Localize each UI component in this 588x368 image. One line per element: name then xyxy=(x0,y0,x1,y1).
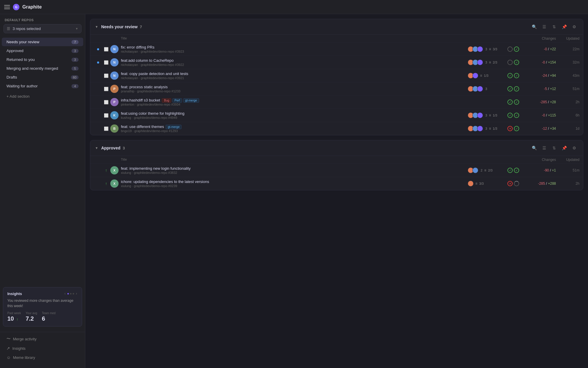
changes-separator: / xyxy=(548,100,550,104)
col-avatar-head xyxy=(110,158,121,162)
collapse-button[interactable]: ▼ xyxy=(95,146,98,150)
col-updated: 51m xyxy=(556,168,579,172)
app-logo: G xyxy=(13,4,19,10)
stack-count: 3/3 xyxy=(493,47,497,51)
col-avatar: K xyxy=(110,111,121,119)
updated-time: 2h xyxy=(576,181,579,186)
reviewer-avatar xyxy=(477,112,483,118)
collapse-button[interactable]: ▼ xyxy=(95,25,98,29)
reviewer-count: 3 xyxy=(485,127,487,130)
col-avatar-head xyxy=(110,36,121,41)
search-button[interactable]: 🔍 xyxy=(530,23,538,31)
table-row[interactable]: ⬜ N feat:add column to CacheRepo nichola… xyxy=(90,56,583,69)
sidebar-item-returned[interactable]: Returned to you 3 xyxy=(2,55,83,64)
col-avatar: N xyxy=(110,71,121,80)
sidebar-item-insights[interactable]: ↗ Insights xyxy=(2,344,83,353)
pr-title: ichore: updating dependencies to the lat… xyxy=(121,179,209,184)
table-row[interactable]: ⬜ N fix: error diffing PRs nicholasyan ·… xyxy=(90,43,583,56)
col-changes: -285 / +288 xyxy=(524,181,556,186)
reviewer-count: 3 xyxy=(485,47,487,51)
sidebar-item-count: 5 xyxy=(71,66,79,71)
stack-count: 1/3 xyxy=(493,127,497,130)
sidebar-item-label: Needs your review xyxy=(6,40,69,44)
col-changes: -0 / +154 xyxy=(524,60,556,64)
col-changes: -285 / +28 xyxy=(524,100,556,104)
table-row[interactable]: ↑ X feat: implementing new login functio… xyxy=(90,164,583,177)
section-count: 7 xyxy=(140,25,142,29)
col-info: infra:hashdiff s3 bucket BugPerfgt-merge… xyxy=(121,98,468,106)
reviewer-count: 2 xyxy=(481,169,482,172)
col-reviewers: ≡1/3 xyxy=(468,73,503,79)
col-changes: -5 / +12 xyxy=(524,87,556,91)
col-dot-head xyxy=(94,36,102,41)
pr-type-icon: ⬜ xyxy=(104,74,109,78)
table-row[interactable]: ⬜ P feat: process static analysis pranat… xyxy=(90,82,583,96)
col-dot xyxy=(94,61,102,64)
table-row[interactable]: ⬜ P infra:hashdiff s3 bucket BugPerfgt-m… xyxy=(90,96,583,109)
repos-selector[interactable]: ☰ 3 repos selected ▼ xyxy=(4,24,81,33)
ci-pending-icon xyxy=(507,60,513,65)
pr-title: feat: use different themes xyxy=(121,124,164,129)
label-tag: gt-merge xyxy=(166,125,181,129)
pin-button[interactable]: 📌 xyxy=(560,144,568,152)
hamburger-menu[interactable] xyxy=(4,4,10,10)
insights-prev-button[interactable]: ‹ xyxy=(64,291,66,296)
table-row[interactable]: ↑ X ichore: updating dependencies to the… xyxy=(90,177,583,190)
sidebar-item-meme-library[interactable]: ☺ Meme library xyxy=(2,353,83,362)
filter-button[interactable]: ⇅ xyxy=(550,144,558,152)
col-icon: ⬜ xyxy=(102,126,110,131)
add-section-button[interactable]: + Add section xyxy=(2,92,83,101)
settings-button[interactable]: ⚙ xyxy=(570,144,578,152)
sidebar-item-merging[interactable]: Merging and recently merged 5 xyxy=(2,64,83,73)
topbar: G Graphite xyxy=(0,0,588,14)
table-row[interactable]: ⬜ B feat: use different themes gt-merge … xyxy=(90,122,583,135)
sidebar-item-waiting[interactable]: Waiting for author 4 xyxy=(2,82,83,90)
stack-icon: ≡ xyxy=(484,168,486,172)
insights-your-avg-stat: Your avg 7.2 xyxy=(26,312,37,322)
col-reviewers: 3≡2/3 xyxy=(468,59,503,65)
changes-separator: / xyxy=(546,181,548,186)
pr-type-icon: ⬜ xyxy=(104,126,109,131)
changes-deletions: -0 xyxy=(542,113,545,117)
filter-button[interactable]: ⇅ xyxy=(550,23,558,31)
your-avg-label: Your avg xyxy=(26,312,37,315)
meme-library-label: Meme library xyxy=(13,355,35,360)
stack-icon: ≡ xyxy=(489,126,491,131)
col-info: feat: use different themes gt-merge bngo… xyxy=(121,124,468,133)
sidebar-item-merge-activity[interactable]: 〜 Merge activity xyxy=(2,334,83,344)
search-button[interactable]: 🔍 xyxy=(530,144,538,152)
sidebar-item-drafts[interactable]: Drafts 60 xyxy=(2,73,83,81)
stack-icon: ≡ xyxy=(489,60,491,64)
view-button[interactable]: ☰ xyxy=(540,144,548,152)
table-row[interactable]: ⬜ K feat:using color theme for highlight… xyxy=(90,109,583,122)
col-avatar: N xyxy=(110,45,121,53)
section-actions: 🔍 ☰ ⇅ 📌 ⚙ xyxy=(530,23,578,31)
changes-deletions: -5 xyxy=(544,87,547,91)
sidebar-item-approved[interactable]: Approved 3 xyxy=(2,46,83,55)
col-changes-head: Changes xyxy=(524,36,556,41)
author-avatar: K xyxy=(110,111,119,119)
col-checks: ✓ ✓ xyxy=(503,73,524,78)
stack-count: 1/3 xyxy=(493,114,497,117)
col-changes: -0 / +22 xyxy=(524,47,556,51)
col-icon: ⬜ xyxy=(102,87,110,91)
changes-deletions: -0 xyxy=(544,47,547,51)
settings-button[interactable]: ⚙ xyxy=(570,23,578,31)
sidebar-item-needs-review[interactable]: Needs your review 7 xyxy=(2,38,83,46)
approved-icon: ↑ xyxy=(105,168,107,173)
pin-button[interactable]: 📌 xyxy=(560,23,568,31)
changes-separator: / xyxy=(548,47,550,51)
check-green-icon: ✓ xyxy=(514,86,519,91)
table-row[interactable]: ⬜ N feat: copy paste detection and unit … xyxy=(90,69,583,82)
view-button[interactable]: ☰ xyxy=(540,23,548,31)
ci-check-icon: ✓ xyxy=(507,113,513,118)
col-icon: ⬜ xyxy=(102,47,110,51)
reviewer-avatar xyxy=(477,59,483,65)
changes-deletions: -12 xyxy=(542,126,547,131)
insights-next-button[interactable]: › xyxy=(75,291,78,296)
section-title: Needs your review 7 xyxy=(101,24,527,29)
check-green-icon: ✓ xyxy=(514,168,519,173)
author-avatar: N xyxy=(110,71,119,80)
pr-subtitle: xiulung · graphitedev/demo-repo #0239 xyxy=(121,184,465,188)
col-info: feat: process static analysis pranathip … xyxy=(121,85,468,93)
